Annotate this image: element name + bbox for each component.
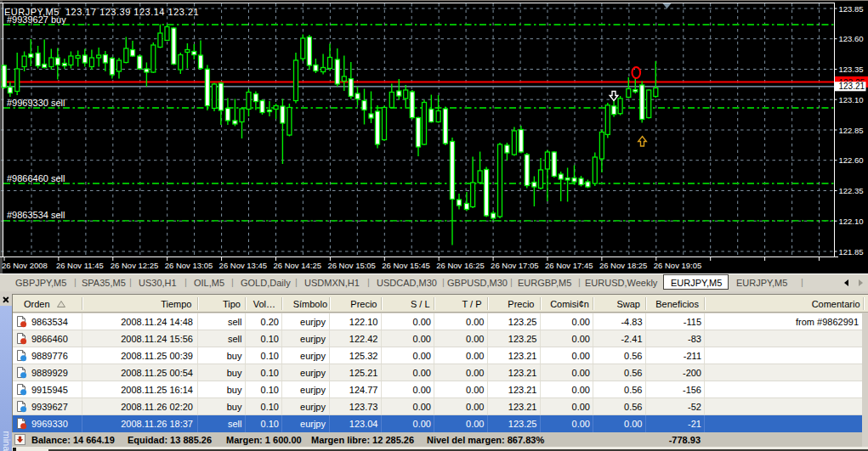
svg-text:26 Nov 14:25: 26 Nov 14:25 — [274, 261, 322, 270]
svg-text:123.21: 123.21 — [839, 82, 865, 91]
svg-text:123.10: 123.10 — [839, 95, 864, 104]
svg-text:26 Nov 11:45: 26 Nov 11:45 — [56, 261, 104, 270]
svg-text:122.60: 122.60 — [839, 155, 864, 165]
svg-text:26 Nov 12:25: 26 Nov 12:25 — [111, 261, 159, 270]
svg-text:26 Nov 15:45: 26 Nov 15:45 — [382, 261, 430, 270]
svg-text:26 Nov 16:25: 26 Nov 16:25 — [436, 261, 485, 270]
svg-text:#9939627 buy: #9939627 buy — [7, 14, 66, 25]
svg-text:26 Nov 18:25: 26 Nov 18:25 — [599, 261, 648, 270]
svg-text:26 Nov 2008: 26 Nov 2008 — [2, 261, 48, 270]
svg-text:122.10: 122.10 — [839, 217, 864, 226]
svg-text:#9866460 sell: #9866460 sell — [7, 173, 65, 183]
svg-text:26 Nov 17:45: 26 Nov 17:45 — [545, 261, 593, 270]
svg-text:#9863534 sell: #9863534 sell — [7, 210, 65, 220]
svg-text:26 Nov 13:05: 26 Nov 13:05 — [165, 261, 213, 270]
svg-text:26 Nov 17:05: 26 Nov 17:05 — [491, 261, 539, 270]
svg-text:121.85: 121.85 — [839, 247, 864, 257]
svg-text:26 Nov 15:05: 26 Nov 15:05 — [327, 261, 376, 270]
svg-text:122.35: 122.35 — [839, 186, 864, 195]
svg-text:#9969330 sell: #9969330 sell — [7, 98, 65, 108]
svg-text:26 Nov 13:45: 26 Nov 13:45 — [219, 261, 268, 270]
svg-text:123.85: 123.85 — [839, 4, 864, 14]
svg-text:122.85: 122.85 — [839, 126, 864, 135]
svg-text:26 Nov 19:05: 26 Nov 19:05 — [654, 261, 702, 270]
svg-text:123.60: 123.60 — [839, 34, 864, 43]
svg-text:123.35: 123.35 — [839, 65, 864, 74]
